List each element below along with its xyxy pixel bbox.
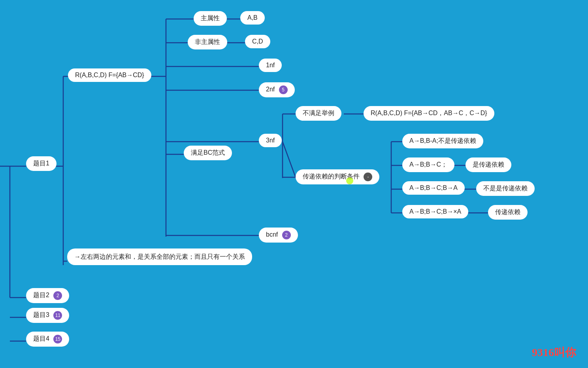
- chuandi-badge: -: [364, 173, 372, 181]
- bcnf-node[interactable]: bcnf 2: [259, 228, 298, 243]
- fei-zhu-node: 非主属性: [188, 35, 227, 49]
- ab-node: A,B: [240, 11, 265, 25]
- a-b-b-a-label: A→B,B-A;不是传递依赖: [409, 137, 476, 144]
- chuandi2-label: 传递依赖: [495, 209, 520, 215]
- a-b-c-b-a-label: A→B;B→C;B→A: [409, 184, 458, 191]
- 2nf-badge: 5: [279, 85, 288, 94]
- a-b-c-bxa-node: A→B;B→C;B→×A: [402, 205, 468, 218]
- bu-shi-label: 不是是传递依赖: [483, 185, 528, 192]
- timu4-badge: 15: [53, 335, 62, 343]
- timu3-badge: 11: [53, 311, 62, 320]
- buzuoju-label: 不满足举例: [303, 110, 334, 116]
- r-abcd-node: R(A,B,C,D) F={AB→CD}: [68, 68, 151, 82]
- shi-chuandi-label: 是传递依赖: [473, 161, 504, 168]
- cd-label: C,D: [252, 38, 263, 45]
- 3nf-label: 3nf: [266, 137, 275, 144]
- manzu-bc-label: 满足BC范式: [191, 149, 225, 156]
- zhu-shu-node: 主属性: [194, 11, 227, 26]
- timu1-label: 题目1: [33, 160, 49, 167]
- bcnf-label: bcnf: [266, 231, 278, 238]
- 3nf-node[interactable]: 3nf: [259, 134, 282, 147]
- cd-node: C,D: [245, 35, 270, 48]
- a-b-b-a-node: A→B,B-A;不是传递依赖: [402, 134, 483, 148]
- 2nf-node[interactable]: 2nf 5: [259, 82, 295, 97]
- manzu-bc-node: 满足BC范式: [184, 146, 232, 160]
- timu4-label: 题目4: [33, 335, 49, 342]
- watermark: 9316叫你: [532, 345, 576, 360]
- a-b-c-b-a-node: A→B;B→C;B→A: [402, 181, 465, 195]
- 2nf-label: 2nf: [266, 86, 275, 93]
- bu-shi-node: 不是是传递依赖: [476, 181, 535, 196]
- timu2-badge: 2: [53, 291, 62, 300]
- fei-zhu-label: 非主属性: [195, 38, 220, 45]
- svg-line-32: [283, 142, 296, 177]
- chuandi2-node: 传递依赖: [488, 205, 528, 220]
- timu2-label: 题目2: [33, 292, 49, 298]
- r-abcd2-label: R(A,B,C,D) F={AB→CD，AB→C，C→D}: [371, 110, 487, 116]
- buzuoju-node: 不满足举例: [296, 106, 341, 121]
- ab-label: A,B: [247, 14, 258, 21]
- 1nf-label: 1nf: [266, 62, 275, 68]
- a-b-c-label: A→B;B→C；: [409, 161, 447, 168]
- timu3-node[interactable]: 题目3 11: [26, 308, 69, 323]
- timu2-node[interactable]: 题目2 2: [26, 288, 69, 303]
- zhu-shu-label: 主属性: [201, 15, 220, 21]
- chuandi-node[interactable]: 传递依赖的判断条件 -: [296, 169, 379, 184]
- r-abcd-label: R(A,B,C,D) F={AB→CD}: [75, 72, 144, 78]
- a-b-c-node: A→B;B→C；: [402, 157, 454, 172]
- cursor-indicator: [346, 177, 353, 184]
- bcnf-note-node: →左右两边的元素和，是关系全部的元素；而且只有一个关系: [67, 248, 252, 265]
- shi-chuandi-node: 是传递依赖: [466, 157, 511, 172]
- timu4-node[interactable]: 题目4 15: [26, 332, 69, 347]
- a-b-c-bxa-label: A→B;B→C;B→×A: [409, 208, 461, 215]
- r-abcd2-node: R(A,B,C,D) F={AB→CD，AB→C，C→D}: [364, 106, 494, 121]
- timu1-node[interactable]: 题目1: [26, 156, 57, 171]
- timu3-label: 题目3: [33, 311, 49, 318]
- 1nf-node[interactable]: 1nf: [259, 59, 282, 72]
- bcnf-note-label: →左右两边的元素和，是关系全部的元素；而且只有一个关系: [74, 253, 245, 260]
- bcnf-badge: 2: [282, 231, 291, 239]
